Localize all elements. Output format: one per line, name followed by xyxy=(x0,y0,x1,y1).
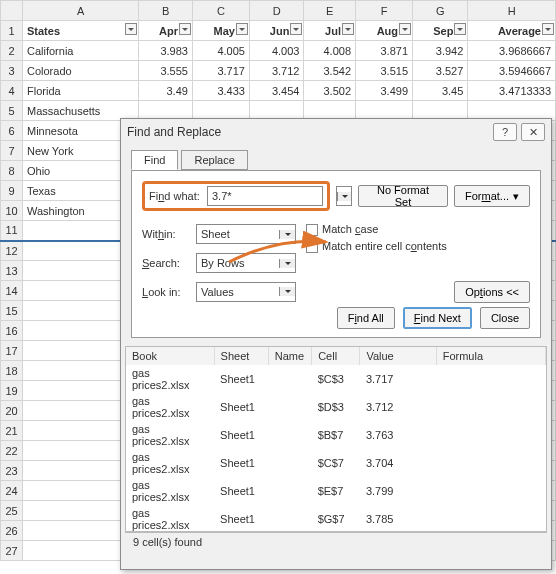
match-case-checkbox[interactable] xyxy=(306,224,318,236)
filter-dropdown-icon[interactable] xyxy=(342,23,354,35)
row-header[interactable]: 18 xyxy=(1,361,23,381)
results-list[interactable]: Book Sheet Name Cell Value Formula gas p… xyxy=(125,346,547,532)
filter-dropdown-icon[interactable] xyxy=(125,23,137,35)
cell[interactable]: 3.433 xyxy=(192,81,249,101)
filter-dropdown-icon[interactable] xyxy=(454,23,466,35)
header-cell[interactable]: Jun xyxy=(249,21,303,41)
find-what-input[interactable]: 3.7* xyxy=(207,186,323,206)
row-header[interactable]: 27 xyxy=(1,541,23,561)
results-col-formula[interactable]: Formula xyxy=(436,347,545,365)
cell[interactable]: 3.5946667 xyxy=(468,61,556,81)
cell[interactable]: 4.008 xyxy=(304,41,356,61)
col-header[interactable]: A xyxy=(23,1,139,21)
row-header[interactable]: 20 xyxy=(1,401,23,421)
result-row[interactable]: gas prices2.xlsxSheet1$C$73.704 xyxy=(126,449,546,477)
filter-dropdown-icon[interactable] xyxy=(542,23,554,35)
result-row[interactable]: gas prices2.xlsxSheet1$E$73.799 xyxy=(126,477,546,505)
row-header[interactable]: 7 xyxy=(1,141,23,161)
row-header[interactable]: 15 xyxy=(1,301,23,321)
cell[interactable]: Colorado xyxy=(23,61,139,81)
filter-dropdown-icon[interactable] xyxy=(290,23,302,35)
cell[interactable]: 3.983 xyxy=(139,41,193,61)
header-cell[interactable]: Jul xyxy=(304,21,356,41)
row-header[interactable]: 5 xyxy=(1,101,23,121)
cell[interactable]: 3.542 xyxy=(304,61,356,81)
tab-replace[interactable]: Replace xyxy=(181,150,247,170)
cell[interactable]: 3.9686667 xyxy=(468,41,556,61)
row-header[interactable]: 21 xyxy=(1,421,23,441)
row-header[interactable]: 23 xyxy=(1,461,23,481)
header-cell[interactable]: Aug xyxy=(356,21,413,41)
row-header[interactable]: 12 xyxy=(1,241,23,261)
lookin-select[interactable]: Values xyxy=(196,282,296,302)
col-header[interactable]: D xyxy=(249,1,303,21)
col-header[interactable]: G xyxy=(413,1,468,21)
row-header[interactable]: 25 xyxy=(1,501,23,521)
cell[interactable]: Florida xyxy=(23,81,139,101)
find-next-button[interactable]: Find Next xyxy=(403,307,472,329)
cell[interactable]: 3.502 xyxy=(304,81,356,101)
find-what-dropdown[interactable] xyxy=(336,186,352,206)
filter-dropdown-icon[interactable] xyxy=(236,23,248,35)
cell[interactable]: 3.717 xyxy=(192,61,249,81)
result-row[interactable]: gas prices2.xlsxSheet1$B$73.763 xyxy=(126,421,546,449)
row-header[interactable]: 4 xyxy=(1,81,23,101)
find-all-button[interactable]: Find All xyxy=(337,307,395,329)
close-icon[interactable]: ✕ xyxy=(521,123,545,141)
help-button[interactable]: ? xyxy=(493,123,517,141)
results-col-value[interactable]: Value xyxy=(360,347,436,365)
col-header[interactable]: H xyxy=(468,1,556,21)
results-col-name[interactable]: Name xyxy=(268,347,311,365)
tab-find[interactable]: Find xyxy=(131,150,178,170)
row-header[interactable]: 8 xyxy=(1,161,23,181)
result-row[interactable]: gas prices2.xlsxSheet1$G$73.785 xyxy=(126,505,546,532)
row-header[interactable]: 6 xyxy=(1,121,23,141)
filter-dropdown-icon[interactable] xyxy=(179,23,191,35)
cell[interactable]: 3.49 xyxy=(139,81,193,101)
row-header[interactable]: 9 xyxy=(1,181,23,201)
col-header[interactable]: B xyxy=(139,1,193,21)
row-header[interactable]: 13 xyxy=(1,261,23,281)
cell[interactable]: 3.712 xyxy=(249,61,303,81)
result-row[interactable]: gas prices2.xlsxSheet1$D$33.712 xyxy=(126,393,546,421)
row-header[interactable]: 16 xyxy=(1,321,23,341)
cell[interactable]: 3.555 xyxy=(139,61,193,81)
match-entire-checkbox[interactable] xyxy=(306,241,318,253)
row-header[interactable]: 19 xyxy=(1,381,23,401)
no-format-button[interactable]: No Format Set xyxy=(358,185,448,207)
row-header[interactable]: 24 xyxy=(1,481,23,501)
cell[interactable]: 3.527 xyxy=(413,61,468,81)
cell[interactable]: 3.499 xyxy=(356,81,413,101)
header-cell[interactable]: States xyxy=(23,21,139,41)
row-header[interactable]: 26 xyxy=(1,521,23,541)
header-cell[interactable]: May xyxy=(192,21,249,41)
filter-dropdown-icon[interactable] xyxy=(399,23,411,35)
cell[interactable]: 3.454 xyxy=(249,81,303,101)
header-cell[interactable]: Sep xyxy=(413,21,468,41)
cell[interactable]: 3.45 xyxy=(413,81,468,101)
row-header[interactable]: 17 xyxy=(1,341,23,361)
close-button[interactable]: Close xyxy=(480,307,530,329)
results-col-cell[interactable]: Cell xyxy=(312,347,360,365)
dialog-titlebar[interactable]: Find and Replace ? ✕ xyxy=(121,119,551,145)
col-header[interactable]: F xyxy=(356,1,413,21)
search-select[interactable]: By Rows xyxy=(196,253,296,273)
corner-cell[interactable] xyxy=(1,1,23,21)
cell[interactable]: 3.4713333 xyxy=(468,81,556,101)
row-header[interactable]: 14 xyxy=(1,281,23,301)
cell[interactable]: 3.515 xyxy=(356,61,413,81)
row-header[interactable]: 2 xyxy=(1,41,23,61)
results-col-sheet[interactable]: Sheet xyxy=(214,347,268,365)
results-col-book[interactable]: Book xyxy=(126,347,214,365)
result-row[interactable]: gas prices2.xlsxSheet1$C$33.717 xyxy=(126,365,546,393)
row-header[interactable]: 10 xyxy=(1,201,23,221)
cell[interactable]: 3.942 xyxy=(413,41,468,61)
cell[interactable]: 4.003 xyxy=(249,41,303,61)
col-header[interactable]: C xyxy=(192,1,249,21)
options-button[interactable]: Options << xyxy=(454,281,530,303)
cell[interactable]: 3.871 xyxy=(356,41,413,61)
row-header[interactable]: 11 xyxy=(1,221,23,241)
row-header[interactable]: 1 xyxy=(1,21,23,41)
col-header[interactable]: E xyxy=(304,1,356,21)
row-header[interactable]: 3 xyxy=(1,61,23,81)
